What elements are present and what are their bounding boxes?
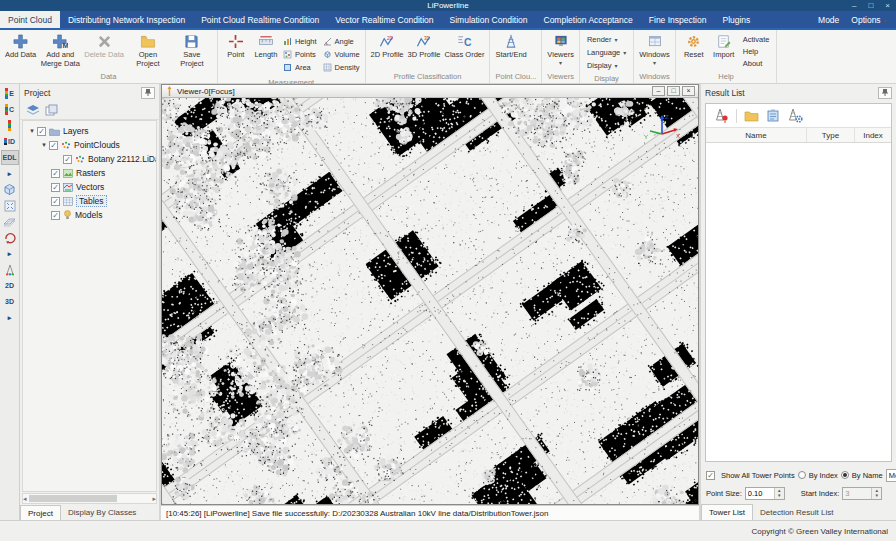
more-view-tools-button[interactable]: ▸ (1, 246, 19, 261)
mode-select[interactable]: Mode 2▾ (886, 469, 896, 482)
by-name-radio[interactable] (841, 471, 849, 479)
expand-icon[interactable]: ▾ (27, 127, 37, 135)
activate-button[interactable]: Activate (743, 35, 770, 44)
add-data-button[interactable]: Add Data (3, 32, 38, 60)
more-modes-button[interactable]: ▸ (1, 310, 19, 325)
import-result-button[interactable] (766, 109, 780, 123)
tab-display-by-classes[interactable]: Display By Classes (61, 505, 143, 520)
maximize-button[interactable]: □ (868, 1, 873, 10)
save-project-button[interactable]: Save Project (170, 32, 214, 68)
point-size-spinner[interactable]: ▴▾ (745, 487, 785, 500)
tree-item-layers[interactable]: ▾ ✓ Layers (23, 124, 156, 138)
color-by-class-button[interactable]: C (1, 102, 19, 117)
profile-3d-button[interactable]: 3D 3D Profile (406, 32, 443, 60)
add-merge-data-button[interactable]: M Add and Merge Data (38, 32, 82, 68)
scroll-right-icon[interactable]: ▸ (152, 495, 156, 503)
by-index-radio[interactable] (798, 471, 806, 479)
start-end-button[interactable]: Start/End (493, 32, 528, 60)
pin-button[interactable] (878, 87, 892, 99)
checkbox[interactable]: ✓ (51, 197, 60, 206)
column-type[interactable]: Type (807, 128, 855, 142)
tab-detection-result-list[interactable]: Detection Result List (753, 504, 840, 520)
more-color-modes-button[interactable]: ▸ (1, 166, 19, 181)
close-button[interactable]: × (885, 1, 890, 10)
viewer-titlebar[interactable]: Viewer-0[Focus] – □ × (162, 85, 698, 98)
tower-settings-button[interactable] (787, 108, 803, 123)
menu-tab-distributing-network-inspection[interactable]: Distributing Network Inspection (60, 11, 193, 28)
pin-button[interactable] (141, 87, 155, 99)
checkbox[interactable]: ✓ (51, 169, 60, 178)
layers-icon[interactable] (26, 104, 40, 116)
checkbox[interactable]: ✓ (51, 211, 60, 220)
expand-icon[interactable]: ▾ (39, 141, 49, 149)
tree-item-rasters[interactable]: ✓ Rasters (23, 166, 156, 180)
tree-item-tables[interactable]: ✓ Tables (23, 194, 156, 208)
locate-tower-button[interactable] (714, 108, 729, 123)
language-dropdown[interactable]: Language ▾ (585, 47, 628, 58)
viewers-button[interactable]: Viewers ▾ (545, 32, 576, 67)
options-menu[interactable]: Options ▾ (851, 15, 886, 25)
view-2d-button[interactable]: 2D (1, 278, 19, 293)
cross-section-button[interactable] (1, 214, 19, 229)
show-all-tower-points-checkbox[interactable]: ✓ (706, 471, 715, 480)
tree-item-vectors[interactable]: ✓ Vectors (23, 180, 156, 194)
measure-point-button[interactable]: Point (221, 32, 251, 60)
zoom-extent-button[interactable] (1, 198, 19, 213)
menu-tab-simulation-condition[interactable]: Simulation Condition (442, 11, 536, 28)
open-result-button[interactable] (744, 109, 759, 122)
copy-layer-icon[interactable] (45, 104, 58, 116)
menu-tab-vector-realtime-condition[interactable]: Vector Realtime Condition (327, 11, 441, 28)
checkbox[interactable]: ✓ (63, 155, 72, 164)
view-cube-button[interactable] (1, 182, 19, 197)
help-button[interactable]: Help (743, 47, 770, 56)
profile-2d-button[interactable]: 2D 2D Profile (369, 32, 406, 60)
about-button[interactable]: About (743, 59, 770, 68)
column-name[interactable]: Name (706, 128, 807, 142)
measure-points-button[interactable]: Points (283, 48, 317, 61)
menu-tab-point-cloud-realtime-condition[interactable]: Point Cloud Realtime Condition (193, 11, 327, 28)
color-by-elevation-button[interactable]: E (1, 86, 19, 101)
checkbox[interactable]: ✓ (37, 127, 46, 136)
viewer-close-button[interactable]: × (682, 86, 695, 96)
color-by-id-button[interactable]: ID (1, 134, 19, 149)
checkbox[interactable]: ✓ (49, 141, 58, 150)
point-size-input[interactable] (746, 488, 774, 499)
viewer-restore-button[interactable]: □ (667, 86, 680, 96)
view-3d-button[interactable]: 3D (1, 294, 19, 309)
menu-tab-fine-inspection[interactable]: Fine Inspection (641, 11, 715, 28)
color-by-rgb-button[interactable] (1, 118, 19, 133)
open-project-button[interactable]: Open Project (126, 32, 170, 68)
edl-button[interactable]: EDL (1, 150, 19, 165)
tower-marker-button[interactable] (1, 262, 19, 277)
class-order-button[interactable]: C Class Order (442, 32, 486, 60)
render-dropdown[interactable]: Render ▾ (585, 34, 620, 45)
tab-tower-list[interactable]: Tower List (701, 504, 753, 520)
minimize-button[interactable]: – (852, 1, 856, 10)
scroll-thumb[interactable] (29, 495, 117, 502)
measure-height-button[interactable]: Height (283, 35, 317, 48)
viewer-minimize-button[interactable]: – (652, 86, 665, 96)
measure-angle-button[interactable]: Angle (323, 35, 360, 48)
reset-button[interactable]: Reset (679, 32, 709, 60)
tree-item-pointclouds[interactable]: ▾ ✓ PointClouds (23, 138, 156, 152)
scroll-left-icon[interactable]: ◂ (23, 495, 27, 503)
menu-tab-plugins[interactable]: Plugins (714, 11, 758, 28)
horizontal-scrollbar[interactable]: ◂ ▸ (22, 493, 157, 504)
display-dropdown[interactable]: Display ▾ (585, 60, 620, 71)
tree-item-botany-lidata[interactable]: ✓ Botany 22112.LiData (23, 152, 156, 166)
mode-menu[interactable]: Mode (818, 15, 839, 25)
spin-down-icon[interactable]: ▾ (775, 493, 784, 499)
point-cloud-canvas[interactable] (162, 98, 698, 504)
import-button[interactable]: Import (709, 32, 739, 60)
windows-button[interactable]: Windows ▾ (637, 32, 671, 67)
measure-volume-button[interactable]: Volume (323, 48, 360, 61)
checkbox[interactable]: ✓ (51, 183, 60, 192)
menu-tab-point-cloud[interactable]: Point Cloud (0, 11, 60, 28)
tab-project[interactable]: Project (20, 505, 61, 520)
menu-tab-completion-acceptance[interactable]: Completion Acceptance (536, 11, 641, 28)
column-index[interactable]: Index (855, 128, 891, 142)
measure-length-button[interactable]: Length (251, 32, 281, 60)
orbit-button[interactable] (1, 230, 19, 245)
tree-item-models[interactable]: ✓ Models (23, 208, 156, 222)
measure-density-button[interactable]: Density (323, 61, 360, 74)
